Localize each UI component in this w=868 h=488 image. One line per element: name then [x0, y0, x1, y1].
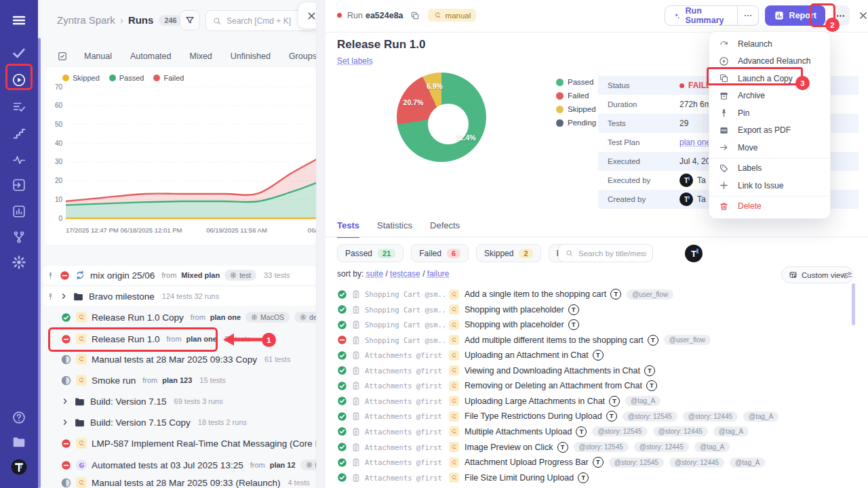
- x-icon: [306, 10, 317, 22]
- expand-chevron[interactable]: [60, 292, 68, 300]
- sidebar-item-pulse[interactable]: [0, 150, 38, 170]
- test-row[interactable]: Attachments @firstImage Preview on Click…: [337, 440, 730, 455]
- sidebar-item-play-circle[interactable]: [0, 70, 38, 90]
- run-row[interactable]: Release Run 1.0 Copyfromplan oneMacOSdev…: [61, 308, 317, 326]
- tests-search-input[interactable]: [578, 249, 646, 258]
- set-labels-link[interactable]: Set labels: [337, 56, 373, 66]
- clipboard-icon: [351, 411, 361, 421]
- test-row[interactable]: Shopping Cart @sm...Shopping with placeh…: [337, 317, 579, 332]
- runs-tab-mixed[interactable]: Mixed: [189, 52, 212, 61]
- sidebar-item-import-box[interactable]: [0, 175, 38, 195]
- tab-statistics[interactable]: Statistics: [377, 220, 412, 238]
- filter-skipped[interactable]: Skipped2: [476, 244, 541, 262]
- select-runs-icon-slot[interactable]: [57, 51, 68, 62]
- breadcrumb-project[interactable]: Zyntra Spark: [57, 14, 115, 26]
- test-row[interactable]: Shopping Cart @sm...Shopping with placeh…: [337, 302, 579, 317]
- menu-item-link-to-issue[interactable]: Link to Issue: [709, 177, 830, 195]
- menu-item-move[interactable]: Move: [709, 139, 830, 157]
- sidebar-item-check[interactable]: [0, 43, 38, 63]
- runs-tab-unfinished[interactable]: Unfinished: [231, 52, 271, 61]
- breadcrumb-page[interactable]: Runs: [128, 14, 154, 26]
- assignee-avatar[interactable]: T: [685, 245, 703, 262]
- filter-failed[interactable]: Failed6: [411, 244, 469, 262]
- view-settings-icon[interactable]: [842, 270, 853, 281]
- run-row[interactable]: Build: Version 7.15 Copy18 tests 2 runs: [61, 413, 247, 431]
- close-panel-button[interactable]: [298, 3, 317, 28]
- pass-circle-icon: [337, 442, 347, 452]
- sidebar-item-steps[interactable]: [0, 123, 38, 144]
- run-summary-button[interactable]: Run Summary: [665, 5, 759, 26]
- test-tag: @tag_A: [743, 411, 778, 422]
- report-button[interactable]: Report: [765, 5, 825, 26]
- run-row[interactable]: mix origin 25/06fromMixed plantest33 tes…: [46, 266, 290, 284]
- menu-item-pin[interactable]: Pin: [709, 104, 830, 122]
- close-run-button[interactable]: [858, 10, 868, 21]
- sidebar-item-t-logo[interactable]: [0, 457, 38, 477]
- manual-icon: [450, 321, 458, 329]
- pass-circle-icon: [337, 381, 347, 391]
- filter-passed[interactable]: Passed21: [337, 244, 403, 262]
- menu-item-advanced-relaunch[interactable]: Advanced Relaunch: [709, 53, 830, 70]
- sidebar-item-help[interactable]: [0, 407, 38, 428]
- test-row[interactable]: Attachments @firstUploading Large Attach…: [337, 394, 660, 409]
- run-row[interactable]: LMP-587 Implement Real-Time Chat Messagi…: [61, 434, 317, 452]
- checkbox-edit-icon[interactable]: [57, 51, 68, 62]
- pass-circle-icon: [337, 304, 347, 314]
- test-row[interactable]: Attachments @firstMultiple Attachments U…: [337, 424, 749, 439]
- sidebar-item-branch[interactable]: [0, 227, 38, 247]
- more-actions-menu: RelaunchAdvanced RelaunchLaunch a CopyAr…: [709, 31, 831, 219]
- run-tabs: TestsStatisticsDefects: [337, 220, 460, 238]
- runs-tab-groups[interactable]: Groups: [289, 52, 317, 61]
- test-plan-link[interactable]: plan one: [679, 138, 711, 147]
- runs-tab-automated[interactable]: Automated: [130, 52, 171, 61]
- run-header: Run ea524e8a manual: [337, 9, 476, 22]
- runs-tab-manual[interactable]: Manual: [84, 52, 112, 61]
- menu-item-export-as-pdf[interactable]: PDFExport as PDF: [709, 122, 830, 140]
- test-row[interactable]: Attachments @firstFile Type Restrictions…: [337, 409, 778, 424]
- tab-tests[interactable]: Tests: [337, 220, 359, 238]
- sidebar-item-list-check[interactable]: [0, 97, 38, 117]
- menu-item-labels[interactable]: Labels: [709, 160, 830, 178]
- sort-by-suite[interactable]: suite: [366, 269, 383, 279]
- tab-defects[interactable]: Defects: [430, 220, 460, 238]
- expand-chevron[interactable]: [61, 418, 69, 426]
- expand-chevron[interactable]: [61, 397, 69, 405]
- run-row[interactable]: Build: Version 7.1569 tests 3 runs: [61, 392, 223, 410]
- run-row[interactable]: Manual tests at 28 Mar 2025 09:33 Copy61…: [61, 350, 290, 368]
- test-row[interactable]: Attachments @firstViewing and Downloadin…: [337, 363, 655, 378]
- manual-icon: [77, 439, 85, 447]
- test-row[interactable]: Shopping Cart @sm...Add a single item to…: [337, 287, 673, 302]
- menu-item-archive[interactable]: Archive: [709, 87, 830, 105]
- test-assignee-avatar: T: [646, 380, 657, 391]
- test-row[interactable]: Shopping Cart @sm...Add multiple differe…: [337, 333, 711, 348]
- run-summary-more-button[interactable]: [737, 5, 758, 26]
- filter-button[interactable]: [180, 10, 200, 30]
- left-panel-scrollbar[interactable]: [38, 38, 41, 488]
- test-row[interactable]: Attachments @firstAttachment Upload Prog…: [337, 455, 765, 470]
- run-row[interactable]: Manual tests at 28 Mar 2025 09:33 (Relau…: [61, 474, 310, 488]
- sidebar-item-gear[interactable]: [0, 252, 38, 272]
- menu-item-relaunch[interactable]: Relaunch: [709, 35, 830, 53]
- tests-scrollbar[interactable]: [852, 283, 855, 325]
- copy-run-id-button[interactable]: [410, 11, 420, 20]
- run-row[interactable]: Smoke runfromplan 12315 tests: [61, 371, 226, 389]
- sort-by-testcase[interactable]: testcase: [390, 269, 420, 279]
- sidebar-item-folder[interactable]: [0, 432, 38, 452]
- sort-by-failure[interactable]: failure: [427, 269, 450, 279]
- run-row[interactable]: Automated tests at 03 Jul 2025 13:25from…: [61, 456, 317, 474]
- tests-search[interactable]: [558, 244, 653, 262]
- menu-item-delete[interactable]: Delete: [709, 198, 830, 216]
- pass-circle-icon: [337, 365, 347, 375]
- runs-search-input[interactable]: [226, 16, 309, 26]
- menu-item-launch-a-copy[interactable]: Launch a Copy: [709, 70, 830, 87]
- clipboard-icon: [351, 427, 361, 436]
- test-row[interactable]: Attachments @firstRemoving or Deleting a…: [337, 378, 657, 393]
- run-row[interactable]: Bravo milestone124 tests 32 runs: [46, 287, 219, 305]
- sliders-icon[interactable]: [842, 270, 853, 281]
- hamburger-menu-button[interactable]: [0, 9, 38, 31]
- sidebar-item-bar-chart-box[interactable]: [0, 201, 38, 222]
- test-tag: @story: 12545: [623, 411, 677, 422]
- ellipsis-icon: [743, 11, 753, 20]
- test-row[interactable]: Attachments @firstFile Size Limit During…: [337, 470, 589, 485]
- test-row[interactable]: Attachments @firstUploading an Attachmen…: [337, 348, 604, 363]
